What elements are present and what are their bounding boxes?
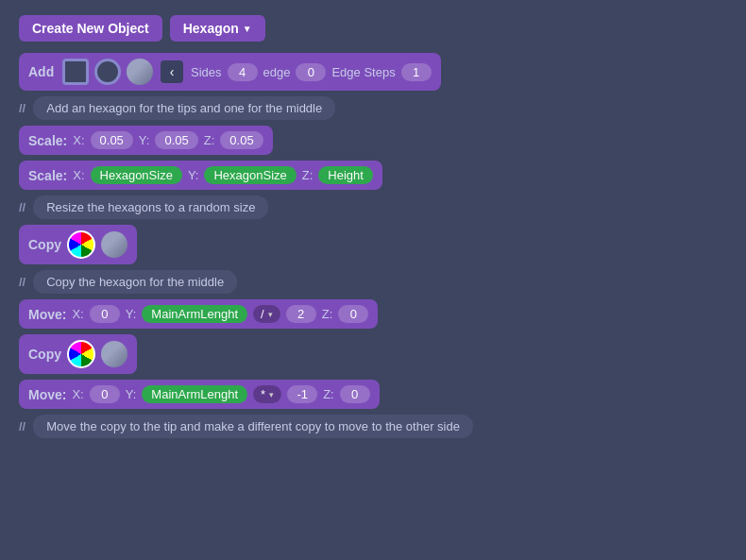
scale1-y-label: Y: [139, 133, 150, 147]
edge-steps-label: Edge Steps [331, 65, 395, 79]
scale1-z-label: Z: [204, 133, 215, 147]
move1-op-arrow-icon: ▾ [268, 310, 273, 319]
sides-value[interactable]: 4 [228, 63, 258, 81]
copy1-block[interactable]: Copy [19, 225, 137, 264]
comment3-text: Copy the hexagon for the middle [46, 275, 224, 289]
comment2-row: // Resize the hexagons to a random size [19, 195, 727, 219]
copy2-block[interactable]: Copy [19, 334, 137, 374]
comment4-row: // Move the copy to the tip and make a d… [19, 415, 727, 438]
add-block: Add ‹ Sides 4 edge 0 Edge Steps 1 [19, 53, 441, 91]
comment2-bubble: Resize the hexagons to a random size [33, 195, 268, 219]
move2-block: Move: X: 0 Y: MainArmLenght * ▾ -1 Z: 0 [19, 380, 380, 409]
scale1-z-value[interactable]: 0.05 [220, 131, 263, 149]
edge-steps-value[interactable]: 1 [401, 63, 432, 81]
move1-label: Move: [28, 307, 66, 322]
scale2-z-value[interactable]: Height [318, 166, 373, 184]
comment2-text: Resize the hexagons to a random size [46, 200, 255, 214]
comment3-row: // Copy the hexagon for the middle [19, 270, 727, 294]
move2-row: Move: X: 0 Y: MainArmLenght * ▾ -1 Z: 0 [19, 380, 727, 409]
circle-icon[interactable] [94, 59, 121, 85]
comment3-slash: // [19, 275, 25, 289]
scale1-x-label: X: [73, 133, 84, 147]
scale2-x-value[interactable]: HexagonSize [91, 166, 182, 184]
copy2-row: Copy [19, 334, 727, 374]
comment3-bubble: Copy the hexagon for the middle [33, 270, 237, 294]
move1-x-value[interactable]: 0 [90, 305, 120, 323]
move1-y-label: Y: [126, 307, 137, 321]
circle-gray-icon[interactable] [127, 59, 153, 85]
move2-y-value[interactable]: MainArmLenght [142, 385, 247, 403]
square-icon[interactable] [62, 59, 89, 85]
move1-op: / [261, 307, 264, 321]
scale2-y-label: Y: [188, 168, 199, 182]
move2-op: * [261, 387, 265, 401]
move2-multiplier[interactable]: -1 [287, 385, 317, 403]
scale1-block: Scale: X: 0.05 Y: 0.05 Z: 0.05 [19, 126, 273, 155]
move2-z-label: Z: [323, 387, 334, 401]
main-container: Create New Object Hexagon ▼ Add ‹ Sides … [0, 0, 746, 453]
move1-z-value[interactable]: 0 [338, 305, 368, 323]
scale1-label: Scale: [28, 133, 67, 148]
move2-label: Move: [28, 387, 66, 402]
move2-op-arrow-icon: ▾ [269, 390, 274, 399]
circle-gray-icon-3[interactable] [101, 341, 127, 367]
move1-x-label: X: [72, 307, 83, 321]
scale1-x-value[interactable]: 0.05 [91, 131, 133, 149]
copy1-label: Copy [28, 237, 61, 252]
scale2-z-label: Z: [302, 168, 314, 182]
comment1-bubble: Add an hexagon for the tips and one for … [33, 96, 335, 120]
move2-x-value[interactable]: 0 [90, 385, 120, 403]
dropdown-arrow-icon: ▼ [243, 24, 252, 34]
move1-row: Move: X: 0 Y: MainArmLenght / ▾ 2 Z: 0 [19, 299, 727, 329]
edge-label: edge [263, 65, 291, 79]
left-arrow-button[interactable]: ‹ [159, 59, 185, 85]
edge-value[interactable]: 0 [296, 63, 326, 81]
comment4-bubble: Move the copy to the tip and make a diff… [33, 415, 473, 438]
scale1-row: Scale: X: 0.05 Y: 0.05 Z: 0.05 [19, 126, 727, 155]
add-row: Add ‹ Sides 4 edge 0 Edge Steps 1 [19, 53, 727, 91]
move2-y-label: Y: [126, 387, 137, 401]
move1-divisor[interactable]: 2 [286, 305, 316, 323]
header-row: Create New Object Hexagon ▼ [19, 15, 727, 42]
move1-op-dropdown[interactable]: / ▾ [253, 305, 280, 323]
scale2-row: Scale: X: HexagonSize Y: HexagonSize Z: … [19, 161, 727, 190]
comment2-slash: // [19, 200, 25, 214]
comment1-slash: // [19, 101, 25, 115]
scale2-y-value[interactable]: HexagonSize [204, 166, 296, 184]
move2-op-dropdown[interactable]: * ▾ [253, 385, 281, 403]
rainbow-icon-1[interactable] [67, 230, 95, 259]
object-type-dropdown[interactable]: Hexagon ▼ [170, 15, 265, 42]
comment4-slash: // [19, 419, 25, 433]
move2-z-value[interactable]: 0 [340, 385, 370, 403]
scale2-label: Scale: [28, 168, 67, 183]
move1-y-value[interactable]: MainArmLenght [142, 305, 247, 323]
comment4-text: Move the copy to the tip and make a diff… [46, 419, 460, 433]
create-new-object-button[interactable]: Create New Object [19, 15, 162, 42]
scale1-y-value[interactable]: 0.05 [155, 131, 197, 149]
move1-block: Move: X: 0 Y: MainArmLenght / ▾ 2 Z: 0 [19, 299, 378, 329]
add-label: Add [28, 64, 57, 79]
scale2-x-label: X: [73, 168, 84, 182]
comment1-text: Add an hexagon for the tips and one for … [46, 101, 322, 115]
copy1-row: Copy [19, 225, 727, 264]
comment1-row: // Add an hexagon for the tips and one f… [19, 96, 727, 120]
move2-x-label: X: [72, 387, 83, 401]
move1-z-label: Z: [322, 307, 333, 321]
circle-gray-icon-2[interactable] [101, 231, 127, 258]
rainbow-icon-2[interactable] [67, 340, 95, 368]
sides-label: Sides [191, 65, 222, 79]
object-type-label: Hexagon [183, 21, 239, 36]
scale2-block: Scale: X: HexagonSize Y: HexagonSize Z: … [19, 161, 382, 190]
copy2-label: Copy [28, 347, 61, 362]
